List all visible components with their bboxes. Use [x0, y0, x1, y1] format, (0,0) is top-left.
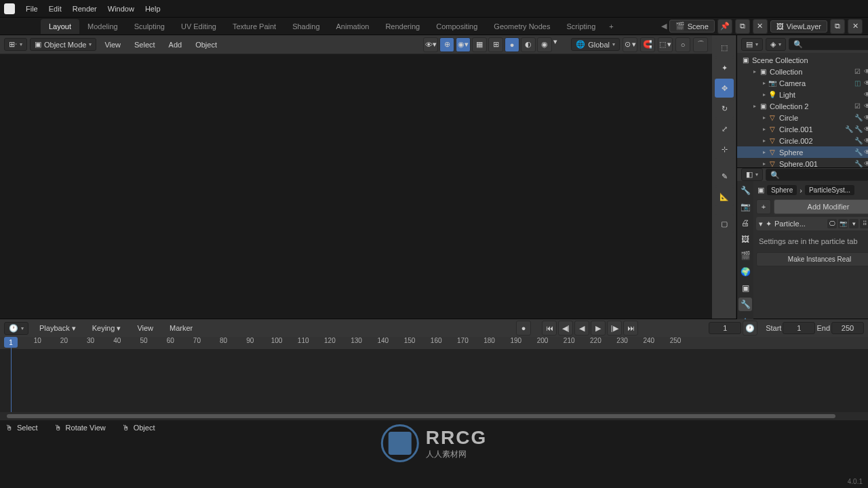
breadcrumb-obj[interactable]: Sphere [767, 185, 797, 195]
tree-row[interactable]: ▸📷Camera◫👁📷 [737, 77, 868, 89]
editor-type[interactable]: ⊞ᐧ▾ [4, 38, 27, 51]
tree-row[interactable]: ▸▽Sphere.001🔧👁📷 [737, 158, 868, 167]
ws-tab-sculpting[interactable]: Sculpting [126, 19, 173, 34]
viewlayer-new-icon[interactable]: ⧉ [830, 19, 845, 34]
scene-selector[interactable]: 🎬 Scene [669, 20, 715, 33]
menu-render[interactable]: Render [67, 2, 102, 16]
play-icon[interactable]: ▶ [591, 321, 606, 336]
tool-annotate[interactable]: ✎ [715, 167, 734, 186]
frame-lock-icon[interactable]: 🕐 [743, 321, 757, 336]
breadcrumb-sub[interactable]: ParticleSyst... [805, 185, 854, 195]
tree-row[interactable]: ▸▣Collection 2☑👁📷 [737, 100, 868, 112]
timeline-scrollbar[interactable] [0, 412, 868, 420]
tree-row[interactable]: ▸▽Circle🔧👁📷 [737, 112, 868, 123]
jump-end-icon[interactable]: ⏭ [623, 321, 638, 336]
tree-row[interactable]: ▸▽Circle.001🔧🔧👁📷 [737, 123, 868, 135]
viewlayer-delete-icon[interactable]: ✕ [848, 19, 863, 34]
menu-help[interactable]: Help [140, 2, 166, 16]
gizmo-toggle[interactable]: ⊕ [439, 37, 454, 52]
end-frame[interactable]: 250 [831, 322, 864, 334]
ptab-object[interactable]: ▣ [738, 281, 752, 295]
keyframe-prev-icon[interactable]: ◀| [558, 321, 573, 336]
tree-row[interactable]: ▸▣Collection☑👁📷 [737, 66, 868, 77]
snap-target-icon[interactable]: ⬚▾ [658, 37, 673, 52]
viewlayer-selector[interactable]: 🖼 ViewLayer [770, 20, 827, 33]
menu-edit[interactable]: Edit [43, 2, 67, 16]
ws-tab-modeling[interactable]: Modeling [79, 19, 126, 34]
ptab-output[interactable]: 🖨 [738, 216, 752, 230]
ws-tab-shading[interactable]: Shading [284, 19, 328, 34]
add-workspace[interactable]: + [604, 20, 618, 33]
tool-transform[interactable]: ⊹ [715, 140, 734, 159]
tool-select[interactable]: ⬚ [715, 38, 734, 57]
tool-rotate[interactable]: ↻ [715, 99, 734, 118]
ptab-tool[interactable]: 🔧 [738, 184, 752, 197]
ptab-viewlayer[interactable]: 🖼 [738, 232, 752, 246]
add-modifier-icon[interactable]: + [756, 199, 771, 214]
hdr-add[interactable]: Add [163, 38, 188, 52]
mod-realtime-icon[interactable]: 🖵 [827, 219, 837, 228]
start-frame[interactable]: 1 [783, 322, 815, 334]
add-modifier-button[interactable]: Add Modifier [774, 199, 868, 214]
props-type[interactable]: ◧▾ [741, 168, 763, 181]
play-reverse-icon[interactable]: ◀ [574, 321, 589, 336]
pivot-icon[interactable]: ⊙▾ [623, 37, 637, 52]
tool-move[interactable]: ✥ [715, 79, 734, 98]
modifier-row[interactable]: ▾ ✦ Particle... 🖵 📷 ▾ ⠿ ✕ [756, 217, 868, 230]
ws-tab-scripting[interactable]: Scripting [558, 19, 604, 34]
mod-dropdown-icon[interactable]: ▾ [849, 219, 859, 228]
timeline-type[interactable]: 🕐▾ [4, 322, 28, 335]
ws-tab-compositing[interactable]: Compositing [428, 19, 486, 34]
ws-tab-texture-paint[interactable]: Texture Paint [224, 19, 284, 34]
autokey-icon[interactable]: ● [516, 321, 531, 336]
visibility-icon[interactable]: 👁▾ [423, 37, 438, 52]
keyframe-next-icon[interactable]: |▶ [607, 321, 622, 336]
scene-delete-icon[interactable]: ✕ [753, 19, 768, 34]
jump-start-icon[interactable]: ⏮ [542, 321, 557, 336]
playhead[interactable]: 1 [11, 337, 12, 412]
shading-solid-icon[interactable]: ● [505, 37, 519, 52]
hdr-object[interactable]: Object [190, 38, 222, 52]
menu-window[interactable]: Window [102, 2, 140, 16]
ptab-modifier[interactable]: 🔧 [738, 298, 752, 311]
shading-matprev-icon[interactable]: ◐ [521, 37, 536, 52]
menu-file[interactable]: File [20, 2, 43, 16]
outliner-display[interactable]: ◈▾ [766, 38, 786, 51]
make-instances-real-button[interactable]: Make Instances Real [756, 252, 868, 266]
mode-selector[interactable]: ▣Object Mode▾ [30, 38, 96, 51]
overlay-toggle[interactable]: ◉▾ [456, 37, 471, 52]
ptab-world[interactable]: 🌍 [738, 265, 752, 279]
orientation-dropdown[interactable]: 🌐Global▾ [571, 38, 620, 51]
ptab-scene[interactable]: 🎬 [738, 249, 752, 262]
shading-options-icon[interactable]: ▾ [553, 37, 557, 52]
tree-row[interactable]: ▸▽Circle.002🔧👁📷 [737, 135, 868, 146]
scene-copy-icon[interactable]: ⧉ [735, 19, 750, 34]
ws-tab-animation[interactable]: Animation [328, 19, 378, 34]
tool-addcube[interactable]: ▢ [715, 214, 734, 233]
mod-extras-icon[interactable]: ⠿ [860, 219, 868, 228]
tl-playback[interactable]: Playback ▾ [34, 321, 81, 336]
tl-keying[interactable]: Keying ▾ [87, 321, 127, 336]
xray-toggle[interactable]: ▦ [472, 37, 487, 52]
outliner-search[interactable] [789, 38, 868, 50]
current-frame[interactable]: 1 [709, 322, 741, 334]
ws-tab-layout[interactable]: Layout [41, 19, 79, 34]
outliner-type[interactable]: ▤▾ [741, 38, 763, 51]
ws-tab-rendering[interactable]: Rendering [377, 19, 428, 34]
tool-measure[interactable]: 📐 [715, 187, 734, 206]
props-search[interactable] [766, 169, 868, 181]
shading-rendered-icon[interactable]: ◉ [537, 37, 552, 52]
snap-toggle[interactable]: 🧲 [640, 37, 655, 52]
shading-wire-icon[interactable]: ⊞ [488, 37, 503, 52]
mod-render-icon[interactable]: 📷 [838, 219, 848, 228]
scene-pin-icon[interactable]: 📌 [717, 19, 732, 34]
tool-scale[interactable]: ⤢ [715, 119, 734, 138]
proportional-falloff-icon[interactable]: ⌒ [693, 37, 708, 52]
tool-cursor[interactable]: ✦ [715, 58, 734, 77]
ws-tab-geometry-nodes[interactable]: Geometry Nodes [486, 19, 558, 34]
tree-row[interactable]: ▸💡Light👁📷 [737, 89, 868, 100]
ws-tab-uv-editing[interactable]: UV Editing [173, 19, 224, 34]
back-icon[interactable]: ◀ [661, 22, 667, 30]
ptab-render[interactable]: 📷 [738, 200, 752, 214]
tree-row[interactable]: ▸▽Sphere🔧👁📷 [737, 146, 868, 158]
